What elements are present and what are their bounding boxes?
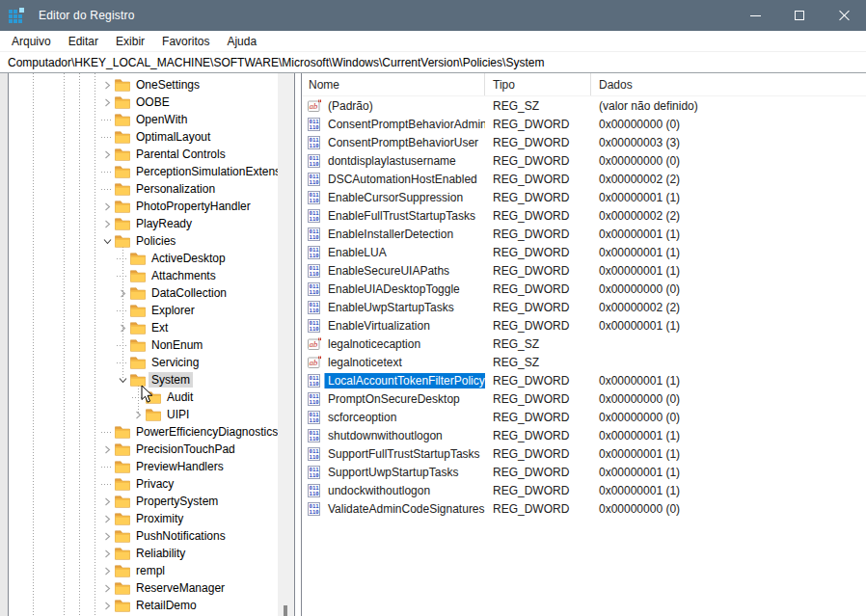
value-row-enablecursorsuppression[interactable]: 011110EnableCursorSuppressionREG_DWORD0x… xyxy=(302,188,866,206)
tree-item-precisiontouchpad[interactable]: PrecisionTouchPad xyxy=(9,441,278,458)
tree-item-reliability[interactable]: Reliability xyxy=(9,545,278,562)
tree-item-uipi[interactable]: UIPI xyxy=(9,406,278,423)
chevron-right-icon[interactable] xyxy=(100,564,114,577)
tree-item-pushnotifications[interactable]: PushNotifications xyxy=(9,527,278,545)
value-row-shutdownwithoutlogon[interactable]: 011110shutdownwithoutlogonREG_DWORD0x000… xyxy=(302,426,866,444)
chevron-right-icon[interactable] xyxy=(100,147,114,161)
chevron-right-icon[interactable] xyxy=(100,217,114,230)
chevron-right-icon[interactable] xyxy=(100,495,114,508)
chevron-right-icon[interactable] xyxy=(100,581,114,595)
value-row-supportuwpstartuptasks[interactable]: 011110SupportUwpStartupTasksREG_DWORD0x0… xyxy=(302,463,866,481)
tree-item-audit[interactable]: Audit xyxy=(9,388,278,406)
chevron-right-icon[interactable] xyxy=(100,547,114,560)
value-row-enableuwpstartuptasks[interactable]: 011110EnableUwpStartupTasksREG_DWORD0x00… xyxy=(302,298,866,316)
tree-item-activedesktop[interactable]: ActiveDesktop xyxy=(9,250,278,267)
chevron-right-icon[interactable] xyxy=(100,95,114,109)
tree-item-label: PrecisionTouchPad xyxy=(133,442,238,457)
value-name-cell: 011110EnableLUA xyxy=(302,245,485,260)
chevron-right-icon[interactable] xyxy=(100,529,114,543)
tree-item-label: Ext xyxy=(149,320,171,335)
value-row-enablelua[interactable]: 011110EnableLUAREG_DWORD0x00000001 (1) xyxy=(302,243,866,261)
value-row-dontdisplaylastusername[interactable]: 011110dontdisplaylastusernameREG_DWORD0x… xyxy=(302,151,866,170)
tree-item-photopropertyhandler[interactable]: PhotoPropertyHandler xyxy=(9,198,278,215)
tree-item-personalization[interactable]: Personalization xyxy=(9,180,278,198)
menu-ajuda[interactable]: Ajuda xyxy=(218,35,265,48)
folder-icon xyxy=(115,478,130,491)
menu-favoritos[interactable]: Favoritos xyxy=(153,35,218,48)
tree-vertical-scrollbar[interactable] xyxy=(278,73,294,616)
chevron-right-icon[interactable] xyxy=(100,599,114,612)
chevron-right-icon[interactable] xyxy=(100,78,114,92)
tree-item-label: Servicing xyxy=(149,355,202,370)
value-name-label: SupportFullTrustStartupTasks xyxy=(325,446,483,462)
tree-item-datacollection[interactable]: DataCollection xyxy=(9,284,278,302)
value-row-consentpromptbehavioradmin[interactable]: 011110ConsentPromptBehaviorAdminREG_DWOR… xyxy=(302,115,866,133)
chevron-down-icon[interactable] xyxy=(100,234,114,248)
value-row-enableuiadesktoptoggle[interactable]: 011110EnableUIADesktopToggleREG_DWORD0x0… xyxy=(302,280,866,298)
value-row-enablesecureuiapaths[interactable]: 011110EnableSecureUIAPathsREG_DWORD0x000… xyxy=(302,261,866,280)
address-bar[interactable]: Computador\HKEY_LOCAL_MACHINE\SOFTWARE\M… xyxy=(0,52,866,73)
chevron-right-icon[interactable] xyxy=(116,321,129,335)
tree-item-explorer[interactable]: Explorer xyxy=(9,302,278,319)
tree-item-powerefficiencydiagnostics[interactable]: PowerEfficiencyDiagnostics xyxy=(9,423,278,441)
tree-item-ext[interactable]: Ext xyxy=(9,319,278,336)
tree-item-previewhandlers[interactable]: PreviewHandlers xyxy=(9,458,278,475)
svg-text:ab: ab xyxy=(310,339,318,349)
chevron-right-icon[interactable] xyxy=(116,286,129,300)
tree-connector-stub xyxy=(100,182,114,196)
value-row-promptonsecuredesktop[interactable]: 011110PromptOnSecureDesktopREG_DWORD0x00… xyxy=(302,389,866,408)
value-row-scforceoption[interactable]: 011110scforceoptionREG_DWORD0x00000000 (… xyxy=(302,408,866,426)
value-name-cell: 011110SupportUwpStartupTasks xyxy=(302,465,485,480)
tree-item-privacy[interactable]: Privacy xyxy=(9,475,278,493)
tree-item-policies[interactable]: Policies xyxy=(9,232,278,250)
tree-item-attachments[interactable]: Attachments xyxy=(9,267,278,284)
value-row--padr-o-[interactable]: ab(Padrão)REG_SZ(valor não definido) xyxy=(302,96,866,115)
value-type-cell: REG_SZ xyxy=(485,356,591,369)
close-button[interactable] xyxy=(822,0,866,31)
folder-icon xyxy=(115,131,130,144)
menu-arquivo[interactable]: Arquivo xyxy=(3,35,60,48)
column-header-tipo[interactable]: Tipo xyxy=(485,73,591,95)
column-header-nome[interactable]: Nome xyxy=(302,73,485,95)
value-row-enablefulltruststartuptasks[interactable]: 011110EnableFullTrustStartupTasksREG_DWO… xyxy=(302,206,866,225)
tree-item-oobe[interactable]: OOBE xyxy=(9,94,278,111)
tree-item-rempl[interactable]: rempl xyxy=(9,562,278,579)
tree-item-reservemanager[interactable]: ReserveManager xyxy=(9,579,278,597)
value-row-validateadmincodesignatures[interactable]: 011110ValidateAdminCodeSignaturesREG_DWO… xyxy=(302,499,866,518)
value-row-enablevirtualization[interactable]: 011110EnableVirtualizationREG_DWORD0x000… xyxy=(302,316,866,335)
chevron-right-icon[interactable] xyxy=(131,408,145,421)
value-type-cell: REG_DWORD xyxy=(485,209,591,223)
list-header: Nome Tipo Dados xyxy=(302,73,866,96)
value-row-consentpromptbehavioruser[interactable]: 011110ConsentPromptBehaviorUserREG_DWORD… xyxy=(302,133,866,151)
tree-item-optimallayout[interactable]: OptimalLayout xyxy=(9,128,278,146)
column-header-dados[interactable]: Dados xyxy=(591,73,866,95)
scrollbar-thumb[interactable] xyxy=(284,605,287,616)
minimize-button[interactable] xyxy=(733,0,777,31)
tree-item-proximity[interactable]: Proximity xyxy=(9,510,278,527)
menu-exibir[interactable]: Exibir xyxy=(107,35,153,48)
chevron-right-icon[interactable] xyxy=(100,442,114,456)
tree-item-nonenum[interactable]: NonEnum xyxy=(9,336,278,354)
tree-item-perceptionsimulationextens[interactable]: PerceptionSimulationExtens xyxy=(9,163,278,180)
tree-item-openwith[interactable]: OpenWith xyxy=(9,111,278,128)
value-row-localaccounttokenfilterpolicy[interactable]: 011110LocalAccountTokenFilterPolicyREG_D… xyxy=(302,371,866,389)
value-row-supportfulltruststartuptasks[interactable]: 011110SupportFullTrustStartupTasksREG_DW… xyxy=(302,444,866,463)
tree-item-onesettings[interactable]: OneSettings xyxy=(9,76,278,94)
value-row-legalnoticecaption[interactable]: ablegalnoticecaptionREG_SZ xyxy=(302,335,866,353)
value-row-undockwithoutlogon[interactable]: 011110undockwithoutlogonREG_DWORD0x00000… xyxy=(302,481,866,499)
chevron-right-icon[interactable] xyxy=(100,200,114,213)
tree-item-system[interactable]: System xyxy=(9,371,278,388)
value-row-enableinstallerdetection[interactable]: 011110EnableInstallerDetectionREG_DWORD0… xyxy=(302,225,866,243)
tree-item-servicing[interactable]: Servicing xyxy=(9,354,278,371)
value-row-dscautomationhostenabled[interactable]: 011110DSCAutomationHostEnabledREG_DWORD0… xyxy=(302,170,866,188)
maximize-button[interactable] xyxy=(777,0,822,31)
tree-item-parental-controls[interactable]: Parental Controls xyxy=(9,146,278,163)
tree-item-playready[interactable]: PlayReady xyxy=(9,215,278,232)
folder-icon xyxy=(115,548,130,560)
menu-editar[interactable]: Editar xyxy=(60,35,107,48)
chevron-down-icon[interactable] xyxy=(116,373,129,387)
value-row-legalnoticetext[interactable]: ablegalnoticetextREG_SZ xyxy=(302,353,866,371)
tree-item-propertysystem[interactable]: PropertySystem xyxy=(9,493,278,510)
tree-item-retaildemo[interactable]: RetailDemo xyxy=(9,597,278,614)
chevron-right-icon[interactable] xyxy=(100,512,114,525)
